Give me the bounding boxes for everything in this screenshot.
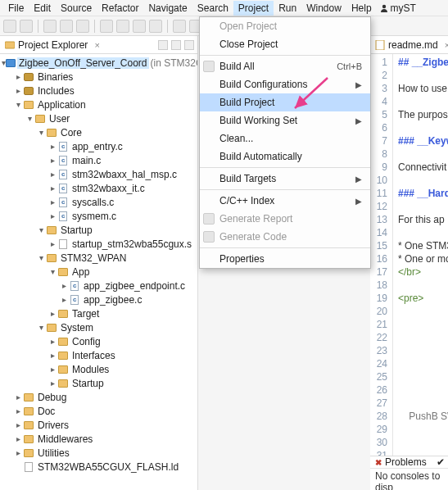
tree-startup[interactable]: ▾Startup (2, 223, 197, 237)
toolbar-button[interactable] (100, 20, 113, 33)
view-menu-icon[interactable] (184, 40, 194, 50)
toolbar-button[interactable] (76, 20, 89, 33)
tree-stm32-wpan[interactable]: ▾STM32_WPAN (2, 251, 197, 265)
expand-icon[interactable]: ▸ (48, 170, 57, 179)
menu-refactor[interactable]: Refactor (97, 1, 143, 16)
menu-edit[interactable]: Edit (29, 1, 56, 16)
menu-window[interactable]: Window (301, 1, 346, 16)
tree-doc[interactable]: ▸Doc (2, 404, 197, 418)
collapse-icon[interactable]: ▾ (36, 253, 46, 262)
tree-file[interactable]: ▸app_zigbee_endpoint.c (2, 279, 197, 293)
tree-file[interactable]: ▸app_entry.c (2, 139, 197, 153)
toolbar-button[interactable] (116, 20, 129, 33)
menu-source[interactable]: Source (56, 1, 97, 16)
expand-icon[interactable]: ▸ (48, 309, 57, 318)
collapse-icon[interactable]: ▾ (36, 128, 46, 137)
menu-build-automatically[interactable]: Build Automatically (200, 147, 370, 166)
menu-help[interactable]: Help (346, 1, 377, 16)
collapse-icon[interactable]: ▾ (48, 267, 57, 276)
collapse-icon[interactable]: ▾ (25, 114, 34, 123)
tree-file[interactable]: ▸sysmem.c (2, 209, 197, 223)
expand-icon[interactable]: ▸ (59, 295, 69, 304)
tree-file[interactable]: ▸syscalls.c (2, 195, 197, 209)
tree-middlewares[interactable]: ▸Middlewares (2, 432, 197, 446)
tree-file[interactable]: ▸stm32wbaxx_hal_msp.c (2, 167, 197, 181)
tab-tasks[interactable]: ✔Task (432, 456, 448, 468)
expand-icon[interactable]: ▸ (13, 392, 23, 402)
tree-interfaces[interactable]: ▸Interfaces (2, 348, 197, 362)
tree-binaries[interactable]: ▸Binaries (2, 70, 197, 84)
menu-build-configurations[interactable]: Build Configurations▶ (200, 75, 370, 93)
toolbar-button[interactable] (173, 20, 186, 33)
tree-user[interactable]: ▾User (2, 111, 197, 125)
menu-build-project[interactable]: Build Project (200, 93, 370, 111)
expand-icon[interactable]: ▸ (13, 72, 23, 81)
tree-file[interactable]: ▸stm32wbaxx_it.c (2, 181, 197, 195)
expand-icon[interactable]: ▸ (13, 86, 23, 95)
tree-debug[interactable]: ▸Debug (2, 390, 197, 404)
menu-navigate[interactable]: Navigate (143, 1, 192, 16)
menu-build-working-set[interactable]: Build Working Set▶ (200, 111, 370, 129)
tree-app[interactable]: ▾App (2, 265, 197, 279)
user-button[interactable]: myST (380, 2, 416, 14)
tree-application[interactable]: ▾Application (2, 98, 197, 111)
collapse-all-icon[interactable] (171, 40, 181, 50)
tree-drivers[interactable]: ▸Drivers (2, 418, 197, 432)
tree-config[interactable]: ▸Config (2, 334, 197, 348)
expand-icon[interactable]: ▸ (48, 337, 57, 346)
expand-icon[interactable]: ▸ (59, 281, 69, 290)
tab-readme[interactable]: readme.md × (370, 36, 448, 53)
menu-close-project[interactable]: Close Project (200, 35, 370, 53)
tree-ld-file[interactable]: STM32WBA55CGUX_FLASH.ld (2, 460, 197, 474)
expand-icon[interactable]: ▸ (48, 365, 57, 374)
toolbar-button[interactable] (3, 20, 16, 33)
menu-search[interactable]: Search (192, 1, 233, 16)
expand-icon[interactable]: ▸ (13, 448, 23, 457)
tab-project-explorer[interactable]: Project Explorer × (0, 36, 105, 53)
collapse-icon[interactable]: ▾ (13, 100, 23, 109)
editor-body[interactable]: 1234567891011121314151617181920212223242… (370, 54, 448, 456)
close-icon[interactable]: × (445, 40, 448, 50)
expand-icon[interactable]: ▸ (48, 239, 57, 248)
expand-icon[interactable]: ▸ (48, 184, 57, 193)
tree-includes[interactable]: ▸Includes (2, 84, 197, 98)
menu-project[interactable]: Project (233, 1, 274, 16)
expand-icon[interactable]: ▸ (48, 197, 57, 206)
toolbar-button[interactable] (133, 20, 146, 33)
expand-icon[interactable]: ▸ (48, 156, 57, 165)
menu-file[interactable]: File (3, 1, 29, 16)
expand-icon[interactable]: ▸ (13, 420, 23, 429)
tree-startup2[interactable]: ▸Startup (2, 376, 197, 390)
expand-icon[interactable]: ▸ (48, 211, 57, 220)
menu-build-all[interactable]: Build AllCtrl+B (200, 57, 370, 75)
close-icon[interactable]: × (94, 40, 99, 50)
toolbar-button[interactable] (60, 20, 73, 33)
menu-cpp-index[interactable]: C/C++ Index▶ (200, 192, 370, 210)
link-editor-icon[interactable] (158, 40, 168, 50)
menu-run[interactable]: Run (274, 1, 301, 16)
tree-target[interactable]: ▸Target (2, 306, 197, 320)
collapse-icon[interactable]: ▾ (36, 225, 46, 234)
menu-build-targets[interactable]: Build Targets▶ (200, 170, 370, 188)
toolbar-button[interactable] (149, 20, 162, 33)
expand-icon[interactable]: ▸ (13, 434, 23, 443)
tree-system[interactable]: ▾System (2, 320, 197, 334)
toolbar-button[interactable] (20, 20, 33, 33)
collapse-icon[interactable]: ▾ (36, 323, 46, 332)
tree-core[interactable]: ▾Core (2, 125, 197, 139)
toolbar-button[interactable] (43, 20, 57, 33)
tree-project-root[interactable]: ▾ Zigbee_OnOff_Server_Coord (in STM32Cu (2, 56, 197, 70)
expand-icon[interactable]: ▸ (48, 351, 57, 360)
project-tree[interactable]: ▾ Zigbee_OnOff_Server_Coord (in STM32Cu … (0, 54, 197, 490)
expand-icon[interactable]: ▸ (48, 142, 57, 151)
tree-modules[interactable]: ▸Modules (2, 362, 197, 376)
tree-file[interactable]: ▸main.c (2, 153, 197, 167)
tab-problems[interactable]: ✖Problems (370, 456, 432, 468)
code-area[interactable]: ## __Zigbee How to use The purpose ### _… (393, 54, 448, 456)
tree-file[interactable]: ▸startup_stm32wba55cgux.s (2, 237, 197, 251)
expand-icon[interactable]: ▸ (13, 406, 23, 415)
menu-properties[interactable]: Properties (200, 250, 370, 268)
menu-clean[interactable]: Clean... (200, 129, 370, 147)
tree-utilities[interactable]: ▸Utilities (2, 446, 197, 460)
expand-icon[interactable]: ▸ (48, 379, 57, 388)
